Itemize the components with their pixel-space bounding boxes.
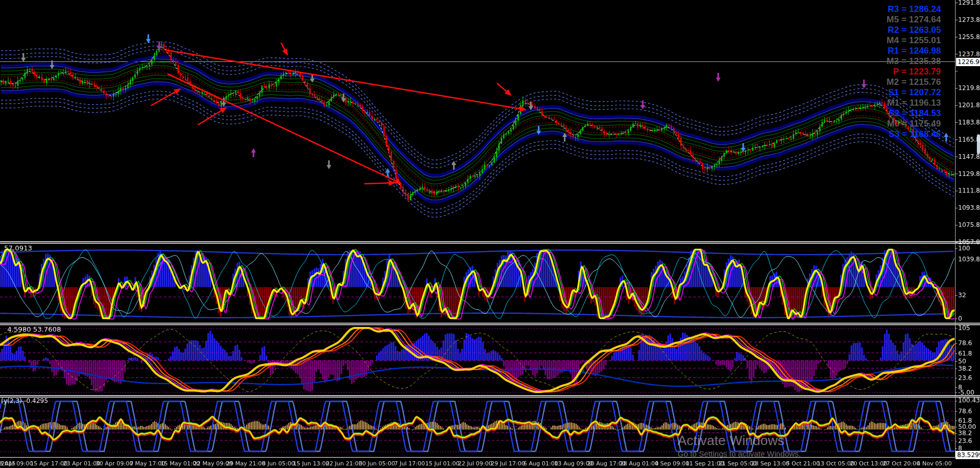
time-axis-label: 13 Oct 05:00 (817, 460, 855, 467)
activate-windows-watermark: Activate Windows (678, 433, 784, 449)
oscillator3-axis-label: 23.6 (958, 437, 972, 445)
pivot-label-m4: M4 = 1255.01 (852, 35, 941, 46)
time-axis-label: 4 Nov 05:00 (917, 460, 952, 467)
oscillator2-axis-label: 78.6 (958, 339, 972, 347)
time-axis-label: 29 Jul 17:00 (491, 460, 525, 467)
time-axis-label: 29 May 21:00 (226, 460, 265, 467)
price-axis-label: 1201.82 (958, 102, 980, 109)
activate-windows-settings-hint: Go to Settings to activate Windows. (678, 449, 801, 458)
oscillator2-axis-label: -5.00 (958, 389, 974, 396)
oscillator2-axis-label: 23.6 (958, 374, 972, 382)
time-axis-label: 27 Oct 20:00 (883, 460, 920, 467)
time-axis-label: 8 Apr 09:00 (0, 460, 33, 467)
oscillator1-axis-label: 32 (958, 292, 966, 299)
pivot-label-r2: R2 = 1263.05 (852, 25, 941, 35)
pivot-label-m0: M0 = 1175.49 (852, 119, 941, 129)
oscillator3-value-label: (y(2,3) -0.4295 (1, 397, 48, 404)
pivot-label-m1: M1 = 1196.13 (852, 98, 941, 108)
pivot-label-s1: S1 = 1207.72 (852, 87, 941, 98)
price-axis-label: 1129.82 (958, 170, 980, 178)
pivot-label-m2: M2 = 1215.76 (852, 77, 941, 87)
pivot-label-r1: R1 = 1246.98 (852, 46, 941, 56)
oscillator3-axis-label: 8 (958, 445, 962, 452)
pivot-label-r3: R3 = 1286.24 (852, 4, 941, 15)
oscillator2-axis-label: 61.8 (958, 350, 972, 357)
price-axis-label: 1075.82 (958, 221, 980, 229)
oscillator3-axis-label: 78.6 (958, 408, 972, 415)
time-axis-label: 4 Sep 09:00 (655, 460, 689, 467)
price-axis-label: 1165.82 (958, 136, 980, 143)
time-axis-label: 7 Jul 17:00 (394, 460, 425, 467)
current-price-box: 1226.90 (956, 58, 980, 66)
oscillator1-axis-label: 100 (958, 245, 970, 252)
pivot-label-m3: M3 = 1235.38 (852, 56, 941, 67)
oscillator2-axis-label: 38.2 (958, 365, 972, 372)
time-axis-label: 7 May 17:00 (130, 460, 165, 467)
oscillator2-value-label: 4.5980 53.7608 (7, 325, 61, 333)
oscillator3-axis-label: 38.2 (958, 429, 972, 437)
price-axis-label: 1039.82 (958, 256, 980, 263)
time-axis-label: 15 Jun 13:00 (293, 460, 329, 467)
time-axis-label: 28 Sep 13:00 (752, 460, 790, 467)
time-axis-label: 15 Jul 01:00 (425, 460, 460, 467)
pivot-label-p: P = 1223.79 (852, 67, 941, 77)
time-axis-label: 30 Apr 09:00 (96, 460, 133, 467)
time-axis-label: 15 Apr 17:00 (30, 460, 68, 467)
pivot-label-m5: M5 = 1274.64 (852, 15, 941, 25)
price-axis-label: 1183.82 (958, 119, 980, 126)
price-axis-label: 1255.82 (958, 33, 980, 41)
price-axis-label: 1219.82 (958, 84, 980, 92)
oscillator3-current-value-box: 83.5299 (956, 451, 980, 459)
time-axis-label: 30 Jun 05:00 (359, 460, 395, 467)
oscillator1-axis-label: 0 (958, 315, 962, 322)
pivot-label-s3: S3 = 1168.46 (852, 129, 941, 140)
trading-app-window: 57.0913 4.5980 53.7608 (y(2,3) -0.4295 1… (0, 0, 980, 468)
time-axis-label: 28 Aug 01:00 (620, 460, 658, 467)
time-axis-label: 6 Aug 01:00 (524, 460, 558, 467)
time-axis-label: 22 Jul 09:00 (458, 460, 492, 467)
chart-canvas[interactable] (0, 0, 980, 468)
time-axis-label: 5 Oct 21:00 (786, 460, 820, 467)
time-axis-label: 22 Jun 21:00 (326, 460, 362, 467)
price-axis-label: 1273.82 (958, 16, 980, 23)
price-axis-label: 1291.82 (958, 0, 980, 6)
time-axis-label: 23 Apr 01:00 (63, 460, 100, 467)
time-axis-label: 20 Oct 13:00 (850, 460, 887, 467)
price-axis-label: 1237.82 (958, 50, 980, 58)
time-axis-label: 8 Jun 05:00 (262, 460, 295, 467)
oscillator2-axis-label: 50 (958, 358, 966, 365)
oscillator2-axis-label: 105 (958, 324, 970, 332)
oscillator3-axis-label: 100.436 (958, 397, 980, 404)
oscillator1-value-label: 57.0913 (4, 244, 32, 252)
pivot-label-s2: S2 = 1184.53 (852, 108, 941, 119)
price-axis-label: 1093.82 (958, 204, 980, 211)
price-axis-label: 1147.82 (958, 153, 980, 160)
price-axis-label: 1111.82 (958, 187, 980, 194)
